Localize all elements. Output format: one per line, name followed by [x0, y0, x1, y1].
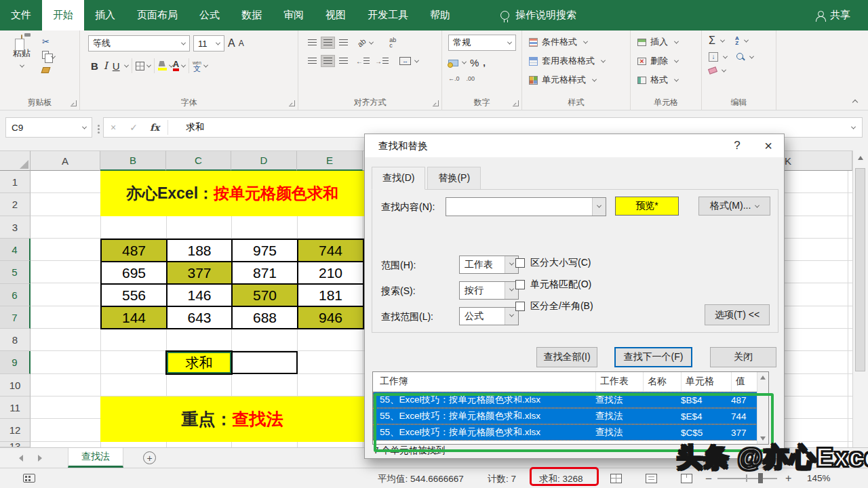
insert-cells-button[interactable]: 插入: [637, 36, 701, 48]
grid-cell-b5[interactable]: 695: [102, 262, 167, 285]
grid-cell-c5[interactable]: 377: [167, 262, 233, 285]
wrap-text-button[interactable]: abc: [389, 37, 396, 48]
orientation-button[interactable]: ab: [356, 37, 368, 48]
menu-tab-view[interactable]: 视图: [315, 0, 357, 30]
tab-find[interactable]: 查找(D): [372, 167, 425, 190]
grid-cell-c6[interactable]: 146: [167, 285, 233, 307]
menu-tab-home[interactable]: 开始: [42, 0, 84, 30]
conditional-formatting-button[interactable]: 条件格式: [529, 36, 630, 48]
search-select[interactable]: 按行: [459, 281, 519, 300]
alignment-dialog-launcher-icon[interactable]: [433, 100, 439, 106]
format-painter-button[interactable]: [42, 65, 55, 75]
cell-styles-button[interactable]: 单元格样式: [529, 74, 630, 86]
bold-button[interactable]: B: [88, 60, 101, 72]
grid-cell-e7[interactable]: 946: [298, 307, 364, 329]
autosum-button[interactable]: Σ: [709, 35, 715, 47]
match-byte-checkbox[interactable]: 区分全/半角(B): [515, 300, 593, 312]
select-all-corner[interactable]: [0, 150, 31, 171]
chevron-down-icon[interactable]: [851, 124, 856, 129]
menu-tab-developer[interactable]: 开发工具: [357, 0, 419, 30]
column-header-e[interactable]: E: [297, 150, 363, 171]
column-header-a[interactable]: A: [31, 150, 100, 171]
menu-tab-insert[interactable]: 插入: [84, 0, 126, 30]
dialog-titlebar[interactable]: 查找和替换 ? ×: [365, 134, 784, 157]
collapse-ribbon-button[interactable]: [852, 100, 858, 105]
enter-icon[interactable]: ✓: [123, 122, 144, 133]
format-as-table-button[interactable]: 套用表格格式: [529, 55, 630, 67]
column-header-d[interactable]: D: [231, 150, 297, 171]
number-format-combo[interactable]: 常规: [448, 35, 516, 51]
new-sheet-icon[interactable]: [143, 451, 156, 464]
grid-cell-c4[interactable]: 188: [167, 240, 233, 262]
clear-button[interactable]: [708, 66, 717, 75]
fill-button[interactable]: ↓: [709, 52, 718, 62]
comma-style-button[interactable]: ,: [483, 58, 486, 68]
shrink-font-button[interactable]: A: [239, 39, 244, 48]
name-box[interactable]: C9: [5, 117, 92, 138]
results-header-workbook[interactable]: 工作簿: [380, 375, 595, 388]
decrease-indent-button[interactable]: ←: [356, 58, 362, 65]
menu-tab-file[interactable]: 文件: [0, 0, 42, 30]
menu-tab-help[interactable]: 帮助: [419, 0, 461, 30]
results-header-sheet[interactable]: 工作表: [595, 372, 643, 391]
find-what-input[interactable]: [446, 197, 606, 216]
combo-arrow[interactable]: [592, 198, 606, 216]
format-cells-button[interactable]: 格式: [637, 74, 701, 86]
row-header-3[interactable]: 3: [0, 216, 31, 239]
phonetic-guide-button[interactable]: wén文: [193, 60, 201, 71]
merge-center-button[interactable]: ↔: [399, 57, 411, 65]
close-button[interactable]: 关闭: [710, 347, 776, 367]
align-middle-button[interactable]: [321, 37, 335, 49]
row-header-11[interactable]: 11: [0, 396, 31, 419]
sheet-prev-icon[interactable]: [19, 455, 23, 462]
page-break-view-icon[interactable]: [681, 474, 692, 483]
row-header-2[interactable]: 2: [0, 193, 31, 216]
percent-style-button[interactable]: %: [470, 57, 479, 68]
grid-cell-e5[interactable]: 210: [298, 262, 364, 285]
menu-tab-formulas[interactable]: 公式: [189, 0, 231, 30]
row-header-8[interactable]: 8: [0, 329, 31, 351]
zoom-slider-track[interactable]: [717, 478, 777, 479]
match-entire-cell-checkbox[interactable]: 单元格匹配(O): [515, 279, 591, 291]
row-header-13[interactable]: 13: [0, 442, 31, 447]
row-header-5[interactable]: 5: [0, 261, 31, 284]
grid-cell-b4[interactable]: 487: [102, 240, 167, 262]
cancel-icon[interactable]: ×: [104, 122, 123, 133]
grid-cell-b7[interactable]: 144: [102, 307, 167, 329]
options-button[interactable]: 选项(T) <<: [705, 304, 770, 325]
font-dialog-launcher-icon[interactable]: [289, 100, 295, 106]
match-case-checkbox[interactable]: 区分大小写(C): [515, 257, 591, 269]
number-dialog-launcher-icon[interactable]: [513, 100, 519, 106]
preview-swatch-button[interactable]: 预览*: [615, 197, 679, 216]
underline-button[interactable]: U: [111, 60, 122, 72]
vertical-scrollbar[interactable]: [852, 150, 868, 447]
column-header-c[interactable]: C: [166, 150, 231, 171]
grid-cell-d9[interactable]: [231, 351, 298, 374]
grid-cell-b6[interactable]: 556: [102, 285, 167, 307]
cut-button[interactable]: ✂: [42, 37, 55, 47]
status-mode-icon[interactable]: [23, 474, 35, 483]
copy-button[interactable]: [42, 51, 55, 61]
grid-cell-d5[interactable]: 871: [233, 262, 298, 285]
sheet-tab-active[interactable]: 查找法: [68, 448, 123, 468]
share-button[interactable]: 共享: [816, 0, 868, 30]
help-icon[interactable]: ?: [722, 134, 753, 157]
menu-tab-data[interactable]: 数据: [231, 0, 273, 30]
find-select-button[interactable]: [736, 53, 745, 61]
normal-view-icon[interactable]: [610, 474, 622, 483]
sort-filter-button[interactable]: AZ: [735, 36, 739, 45]
tab-replace[interactable]: 替换(P): [427, 167, 481, 190]
italic-button[interactable]: I: [101, 60, 111, 72]
row-header-6[interactable]: 6: [0, 284, 31, 306]
tell-me-search[interactable]: 操作说明搜索: [500, 0, 576, 30]
clipboard-dialog-launcher-icon[interactable]: [71, 100, 77, 106]
within-select[interactable]: 工作表: [459, 256, 519, 274]
increase-indent-button[interactable]: →: [375, 58, 381, 65]
align-top-button[interactable]: [305, 37, 319, 49]
font-size-combo[interactable]: 11: [193, 35, 224, 52]
insert-function-icon[interactable]: fx: [144, 122, 165, 133]
menu-tab-page-layout[interactable]: 页面布局: [126, 0, 189, 30]
scroll-up-icon[interactable]: [760, 375, 766, 380]
results-header-cell[interactable]: 单元格: [681, 372, 731, 391]
scrollbar-thumb[interactable]: [855, 168, 865, 371]
